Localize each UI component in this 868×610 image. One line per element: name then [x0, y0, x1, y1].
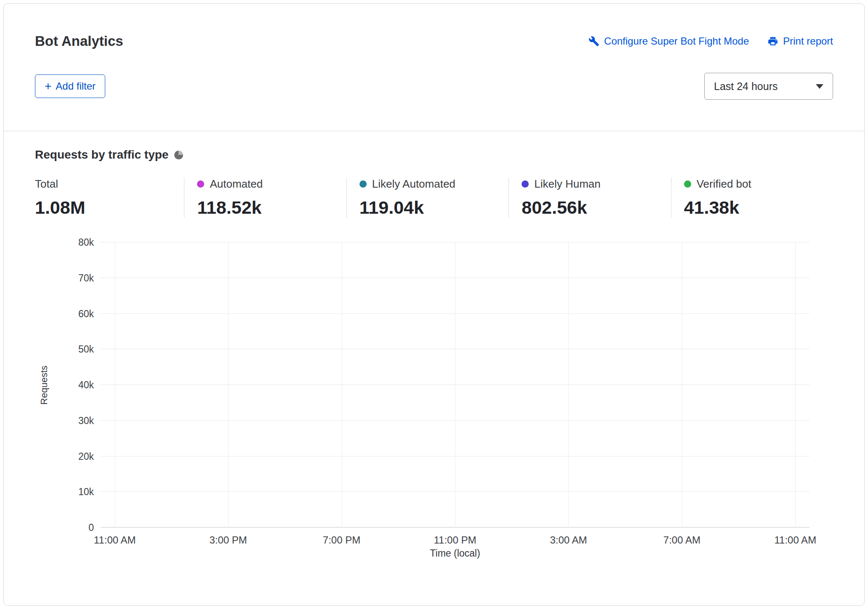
- stat-label: Likely Human: [534, 178, 601, 191]
- x-tick-label: 11:00 AM: [94, 534, 136, 546]
- y-ticks: 010k20k30k40k50k60k70k80k: [53, 242, 101, 528]
- v-gridline: [568, 242, 569, 528]
- page-title: Bot Analytics: [35, 33, 123, 49]
- v-gridline: [682, 242, 682, 528]
- legend-dot: [197, 180, 204, 188]
- x-tick-label: 7:00 PM: [323, 534, 360, 546]
- chevron-down-icon: [816, 84, 823, 89]
- plot-area[interactable]: [101, 242, 809, 528]
- card-header: Bot Analytics Configure Super Bot Fight …: [4, 4, 864, 131]
- wrench-icon: [588, 36, 599, 47]
- v-gridline: [342, 242, 342, 528]
- x-tick-label: 11:00 AM: [775, 534, 817, 546]
- stat-label: Likely Automated: [372, 178, 455, 191]
- y-axis-label: Requests: [39, 366, 50, 405]
- stat-value: 118.52k: [197, 197, 346, 218]
- y-tick-label: 60k: [78, 308, 94, 319]
- stat-automated[interactable]: Automated118.52k: [184, 178, 346, 218]
- stat-value: 119.04k: [359, 197, 509, 218]
- y-tick-label: 0: [88, 522, 94, 533]
- stat-likely-automated[interactable]: Likely Automated119.04k: [346, 178, 509, 218]
- legend-dot: [684, 180, 691, 188]
- stat-total[interactable]: Total1.08M: [35, 178, 184, 218]
- v-gridline: [455, 242, 455, 528]
- stat-value: 1.08M: [35, 197, 184, 218]
- y-tick-label: 10k: [78, 486, 94, 498]
- analytics-section: Requests by traffic type Total1.08MAutom…: [4, 131, 864, 575]
- stat-label: Automated: [210, 178, 263, 191]
- configure-super-bot-fight-mode-link[interactable]: Configure Super Bot Fight Mode: [588, 35, 749, 47]
- printer-icon: [767, 36, 778, 47]
- stat-label: Verified bot: [697, 178, 751, 191]
- stat-value: 802.56k: [522, 197, 671, 218]
- print-report-link[interactable]: Print report: [767, 35, 833, 47]
- y-tick-label: 70k: [78, 272, 94, 284]
- bot-analytics-card: Bot Analytics Configure Super Bot Fight …: [3, 3, 865, 606]
- pie-chart-icon: [174, 151, 183, 159]
- x-tick-label: 11:00 PM: [434, 534, 477, 546]
- x-axis-label: Time (local): [101, 548, 809, 566]
- x-ticks: 11:00 AM3:00 PM7:00 PM11:00 PM3:00 AM7:0…: [101, 528, 809, 548]
- v-gridline: [795, 242, 796, 528]
- add-filter-button[interactable]: + Add filter: [35, 74, 105, 98]
- x-tick-label: 3:00 PM: [209, 534, 247, 546]
- x-tick-label: 7:00 AM: [663, 534, 700, 546]
- stat-value: 41.38k: [684, 197, 833, 218]
- y-tick-label: 20k: [78, 451, 94, 462]
- stat-label: Total: [35, 178, 58, 191]
- time-range-value: Last 24 hours: [714, 80, 778, 93]
- y-tick-label: 30k: [78, 415, 94, 426]
- stats-row: Total1.08MAutomated118.52kLikely Automat…: [35, 178, 833, 218]
- time-range-select[interactable]: Last 24 hours: [704, 73, 833, 100]
- v-gridline: [228, 242, 229, 528]
- configure-link-label: Configure Super Bot Fight Mode: [604, 35, 749, 47]
- print-link-label: Print report: [783, 35, 833, 47]
- stat-likely-human[interactable]: Likely Human802.56k: [509, 178, 671, 218]
- requests-chart: Requests 010k20k30k40k50k60k70k80k 11:00…: [35, 242, 833, 566]
- v-gridline: [115, 242, 115, 528]
- x-tick-label: 3:00 AM: [550, 534, 587, 546]
- y-tick-label: 50k: [78, 344, 94, 355]
- y-tick-label: 40k: [78, 379, 94, 391]
- stat-verified-bot[interactable]: Verified bot41.38k: [671, 178, 833, 218]
- add-filter-label: Add filter: [56, 80, 96, 92]
- legend-dot: [522, 180, 529, 188]
- legend-dot: [359, 180, 367, 188]
- y-tick-label: 80k: [78, 237, 94, 248]
- section-title: Requests by traffic type: [35, 148, 168, 162]
- plus-icon: +: [45, 80, 51, 92]
